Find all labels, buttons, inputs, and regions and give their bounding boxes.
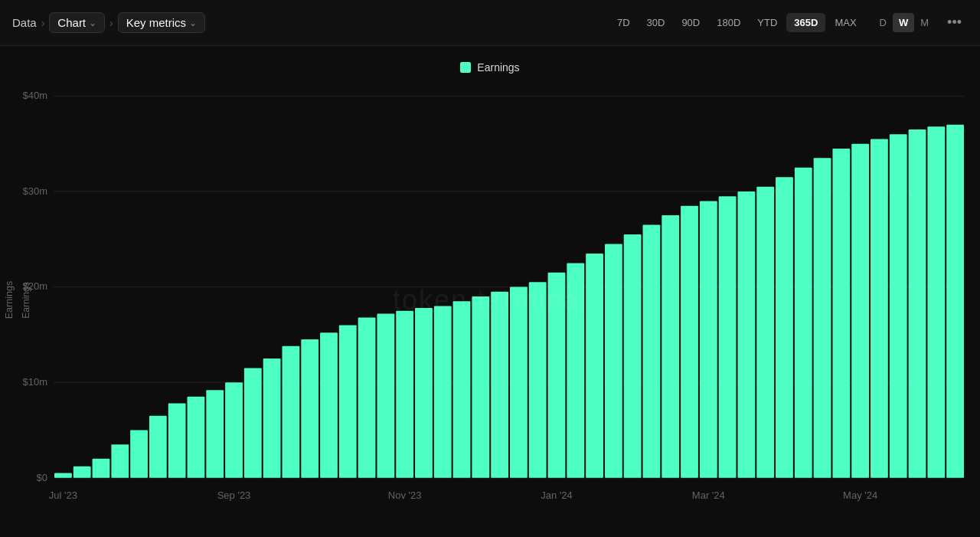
svg-text:Jul '23: Jul '23 <box>49 490 77 501</box>
svg-rect-43 <box>681 206 698 478</box>
svg-rect-51 <box>832 149 850 478</box>
time-btn-365d[interactable]: 365D <box>786 13 825 32</box>
svg-rect-11 <box>74 467 91 478</box>
svg-rect-32 <box>472 296 489 478</box>
svg-rect-41 <box>643 225 661 478</box>
granularity-group: D W M <box>874 13 936 32</box>
svg-rect-15 <box>149 416 167 478</box>
svg-text:Jan '24: Jan '24 <box>541 490 572 501</box>
svg-rect-29 <box>415 308 433 478</box>
svg-rect-10 <box>54 473 72 478</box>
time-btn-90d[interactable]: 90D <box>674 13 707 32</box>
svg-text:Mar '24: Mar '24 <box>692 490 725 501</box>
svg-rect-40 <box>624 234 642 478</box>
svg-rect-18 <box>206 390 224 478</box>
svg-rect-42 <box>662 215 679 478</box>
svg-rect-46 <box>738 192 756 478</box>
breadcrumb-metrics-label: Key metrics <box>126 16 186 29</box>
time-btn-max[interactable]: MAX <box>827 13 864 32</box>
svg-text:May '24: May '24 <box>843 490 877 501</box>
svg-rect-57 <box>946 125 964 478</box>
chevron-down-icon: ⌄ <box>89 18 96 28</box>
chart-svg: $40m$30m$20m$10m$0Jul '23Sep '23Nov '23J… <box>0 81 980 519</box>
time-btn-180d[interactable]: 180D <box>709 13 748 32</box>
svg-rect-12 <box>93 459 110 478</box>
svg-rect-50 <box>814 158 831 477</box>
topbar: Data › Chart ⌄ › Key metrics ⌄ 7D 30D 90… <box>0 0 980 46</box>
breadcrumb-chart-label: Chart <box>57 16 86 29</box>
breadcrumb-arrow-1: › <box>41 17 45 29</box>
chart-legend: Earnings <box>0 61 980 74</box>
gran-btn-w[interactable]: W <box>893 13 914 32</box>
time-btn-30d[interactable]: 30D <box>639 13 673 32</box>
svg-text:$40m: $40m <box>22 90 47 101</box>
gran-btn-m[interactable]: M <box>914 13 935 32</box>
svg-rect-48 <box>776 177 793 478</box>
svg-text:$0: $0 <box>37 472 47 483</box>
time-filter-group: 7D 30D 90D 180D YTD 365D MAX <box>609 13 864 32</box>
more-options-button[interactable]: ••• <box>941 11 968 34</box>
breadcrumb-root[interactable]: Data <box>12 16 37 29</box>
svg-text:$30m: $30m <box>22 185 47 197</box>
chevron-down-icon-2: ⌄ <box>189 18 197 28</box>
svg-text:Earnings: Earnings <box>3 281 15 319</box>
svg-rect-56 <box>927 126 945 478</box>
legend-label: Earnings <box>477 61 519 74</box>
svg-rect-26 <box>358 317 376 477</box>
chart-container: Earnings token terminal $40m$30m$20m$10m… <box>0 46 980 537</box>
svg-rect-16 <box>168 404 186 478</box>
svg-rect-21 <box>263 359 281 478</box>
svg-rect-36 <box>548 273 566 478</box>
svg-rect-54 <box>890 134 907 478</box>
svg-rect-24 <box>320 332 338 477</box>
svg-rect-45 <box>719 196 737 478</box>
time-btn-7d[interactable]: 7D <box>609 13 638 32</box>
svg-rect-31 <box>453 301 471 478</box>
breadcrumb-metrics-select[interactable]: Key metrics ⌄ <box>118 12 205 33</box>
svg-rect-39 <box>605 244 622 477</box>
svg-rect-35 <box>529 282 547 477</box>
breadcrumb-chart-select[interactable]: Chart ⌄ <box>49 12 105 33</box>
breadcrumb-arrow-2: › <box>109 17 113 29</box>
svg-rect-28 <box>396 311 413 478</box>
svg-rect-14 <box>130 430 148 477</box>
svg-text:$10m: $10m <box>22 376 47 388</box>
svg-rect-33 <box>491 292 508 478</box>
svg-rect-44 <box>700 201 717 477</box>
breadcrumb: Data › Chart ⌄ › Key metrics ⌄ <box>12 12 205 33</box>
svg-rect-47 <box>756 187 774 478</box>
legend-color-box <box>460 62 471 73</box>
svg-rect-34 <box>510 287 528 478</box>
time-btn-ytd[interactable]: YTD <box>750 13 785 32</box>
svg-rect-37 <box>567 263 584 477</box>
svg-rect-49 <box>795 168 812 478</box>
svg-rect-13 <box>111 444 129 478</box>
svg-text:Sep '23: Sep '23 <box>217 490 251 501</box>
svg-rect-20 <box>244 368 262 477</box>
svg-rect-25 <box>339 325 357 477</box>
svg-rect-22 <box>283 346 300 478</box>
svg-rect-17 <box>188 397 205 478</box>
gran-btn-d[interactable]: D <box>874 13 893 32</box>
svg-text:Nov '23: Nov '23 <box>388 490 422 501</box>
svg-rect-27 <box>377 313 394 477</box>
svg-rect-55 <box>909 129 926 478</box>
svg-rect-30 <box>434 306 452 477</box>
svg-rect-53 <box>871 139 888 477</box>
chart-inner: token terminal $40m$30m$20m$10m$0Jul '23… <box>0 81 980 519</box>
svg-rect-19 <box>225 382 243 478</box>
y-axis-label: Earnings <box>21 282 31 318</box>
svg-rect-23 <box>301 339 318 478</box>
svg-rect-38 <box>586 254 603 478</box>
svg-rect-52 <box>851 144 869 478</box>
